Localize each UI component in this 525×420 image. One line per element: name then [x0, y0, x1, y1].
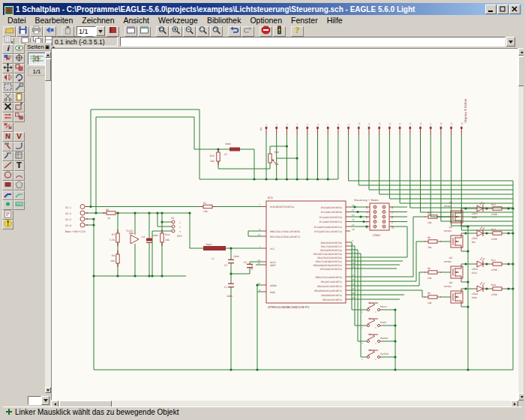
svg-text:100n: 100n — [250, 264, 254, 270]
pages-scroll-down-icon[interactable] — [45, 387, 51, 393]
svg-text:i: i — [7, 44, 10, 52]
menu-fenster[interactable]: Fenster — [286, 16, 322, 25]
menu-bearbeiten[interactable]: Bearbeiten — [31, 16, 78, 25]
svg-text:Netz +5V/+12V: Netz +5V/+12V — [65, 230, 86, 233]
scroll-up-icon[interactable] — [518, 48, 525, 56]
schematic-window-button[interactable] — [138, 26, 151, 37]
menu-datei[interactable]: Datei — [3, 16, 31, 25]
eagle-window: 1 Schaltplan - C:\Programme\EAGLE-5.6.0\… — [0, 0, 525, 420]
svg-text:C2: C2 — [244, 261, 247, 264]
svg-text:Grün: Grün — [472, 272, 477, 274]
menu-hilfe[interactable]: Hilfe — [322, 16, 347, 25]
menu-werkzeuge[interactable]: Werkzeuge — [154, 16, 202, 25]
svg-text:PD0(RXD/PCINT16): PD0(RXD/PCINT16) — [320, 242, 342, 244]
svg-text:26: 26 — [352, 218, 355, 221]
svg-text:10k: 10k — [428, 246, 432, 249]
svg-text:7: 7 — [366, 222, 368, 224]
svg-text:27: 27 — [352, 224, 355, 226]
svg-text:LED4: LED4 — [472, 292, 478, 296]
svg-text:C5: C5 — [224, 153, 227, 156]
help-button[interactable]: ? — [291, 26, 304, 37]
svg-text:PB7(XTAL2/TOSC2/PCINT7): PB7(XTAL2/TOSC2/PCINT7) — [270, 236, 300, 238]
menu-zeichnen[interactable]: Zeichnen — [77, 16, 118, 25]
page-thumbnail[interactable] — [28, 52, 46, 65]
svg-text:R14: R14 — [165, 233, 170, 236]
menu-optionen[interactable]: Optionen — [245, 16, 286, 25]
svg-text:ATMEGA48/88/168/328-PU: ATMEGA48/88/168/328-PU — [268, 305, 309, 309]
zoom-redraw-icon — [212, 26, 221, 37]
svg-text:8: 8 — [392, 222, 393, 224]
undo-button[interactable] — [228, 26, 241, 37]
svg-text:19: 19 — [352, 296, 355, 299]
page-thumbnail-label[interactable]: 1/1 — [28, 68, 46, 76]
svg-text:2: 2 — [275, 124, 278, 125]
stop-button[interactable] — [260, 26, 272, 37]
vertical-scrollbar[interactable] — [518, 48, 525, 400]
command-history-dropdown[interactable] — [506, 37, 515, 46]
svg-text:LED2: LED2 — [472, 237, 478, 240]
svg-text:PD5(T1/OC0B/PCINT21): PD5(T1/OC0B/PCINT21) — [316, 260, 342, 263]
schematic-canvas[interactable]: 1234567891011121314151617181920Display 4… — [51, 48, 518, 400]
svg-text:S4: S4 — [368, 349, 371, 352]
svg-text:PB6(XTAL1/TOSC1/PCINT6): PB6(XTAL1/TOSC1/PCINT6) — [270, 230, 300, 233]
svg-text:PD4(T0/XCK/PCINT20): PD4(T0/XCK/PCINT20) — [317, 256, 342, 260]
svg-text:28: 28 — [352, 228, 355, 231]
vscroll-thumb[interactable] — [518, 56, 525, 86]
zoom-redraw-button[interactable] — [210, 26, 223, 37]
svg-text:6: 6 — [316, 124, 320, 125]
app-icon — [4, 4, 14, 14]
command-input[interactable] — [120, 37, 506, 46]
titlebar[interactable]: 1 Schaltplan - C:\Programme\EAGLE-5.6.0\… — [3, 3, 522, 15]
svg-text:PB5(SCK/PCINT5): PB5(SCK/PCINT5) — [322, 298, 342, 302]
svg-text:16: 16 — [419, 122, 422, 125]
svg-text:9: 9 — [259, 228, 260, 231]
close-button[interactable] — [509, 4, 520, 14]
board-window-button[interactable] — [124, 26, 137, 37]
svg-text:25: 25 — [352, 214, 355, 217]
svg-text:Gelb: Gelb — [472, 216, 477, 219]
replace-icon — [14, 112, 24, 123]
page-combo-arrow-icon[interactable] — [41, 396, 50, 405]
zoom-out-icon — [184, 26, 194, 37]
run-script-button[interactable] — [273, 26, 286, 37]
svg-text:9: 9 — [347, 124, 350, 125]
redo-button[interactable] — [242, 26, 254, 37]
svg-text:LED1: LED1 — [472, 212, 478, 215]
use-library-button[interactable] — [106, 26, 119, 37]
svg-text:10: 10 — [392, 227, 394, 230]
zoom-out-button[interactable] — [183, 26, 196, 37]
zoom-select-button[interactable] — [196, 26, 209, 37]
menu-bibliothek[interactable]: Bibliothek — [202, 16, 246, 25]
pin-panel-icon[interactable]: ▣ — [44, 44, 51, 50]
page-combo[interactable] — [28, 396, 50, 405]
svg-text:PD7(AIN1/PCINT23): PD7(AIN1/PCINT23) — [320, 268, 342, 271]
zoom-in-button[interactable] — [170, 26, 182, 37]
pages-scrollbar[interactable] — [45, 52, 51, 393]
svg-text:2: 2 — [392, 208, 393, 210]
zoom-in-icon — [171, 26, 181, 37]
zoom-fit-button[interactable] — [156, 26, 169, 37]
svg-text:8: 8 — [259, 289, 260, 292]
sheet-select-arrow-icon[interactable] — [96, 26, 105, 36]
tool-replace-button[interactable] — [14, 112, 25, 122]
svg-text:7: 7 — [326, 124, 329, 125]
svg-text:Steuerung + Relais: Steuerung + Relais — [354, 199, 379, 202]
status-text: Linker Mausklick wählt das zu bewegende … — [15, 408, 178, 416]
restore-button[interactable] — [497, 4, 508, 14]
scroll-down-icon[interactable] — [518, 393, 525, 400]
tool-errors-button[interactable]: ! — [2, 220, 14, 230]
svg-text:PC0(ADC0/PCINT8): PC0(ADC0/PCINT8) — [321, 206, 342, 209]
label-icon: ABC — [14, 200, 24, 211]
tool-label-button[interactable]: ABC — [14, 200, 25, 210]
pages-scroll-up-icon[interactable] — [45, 52, 51, 58]
svg-text:R16: R16 — [274, 151, 279, 154]
svg-text:24: 24 — [352, 208, 355, 212]
svg-text:X1-3: X1-3 — [65, 218, 71, 221]
svg-text:Runter: Runter — [380, 337, 388, 340]
svg-text:AREF: AREF — [270, 264, 276, 267]
svg-text:PC6(/RESET/PCINT14): PC6(/RESET/PCINT14) — [270, 206, 294, 208]
minimize-button[interactable] — [485, 4, 496, 14]
tool-palette: iNVTABC! — [2, 44, 26, 230]
pages-scroll-thumb[interactable] — [45, 58, 51, 81]
menu-ansicht[interactable]: Ansicht — [119, 16, 154, 25]
